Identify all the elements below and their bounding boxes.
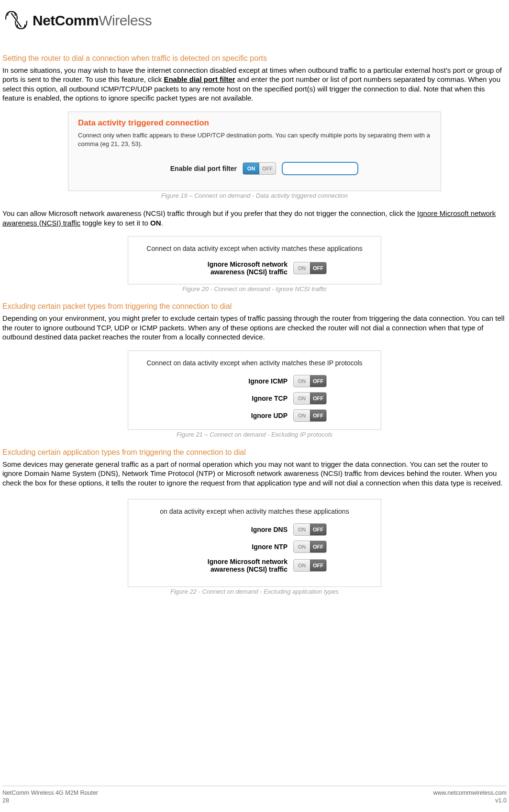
ignore-ncsi-label: Ignore Microsoft network awareness (NCSI… (182, 558, 288, 573)
figure-caption: Figure 20 - Connect on demand - Ignore N… (2, 285, 507, 293)
panel-description: Connect only when traffic appears to the… (78, 131, 431, 148)
footer-product: NetComm Wireless 4G M2M Router (2, 789, 98, 797)
section-heading: Setting the router to dial a connection … (2, 54, 507, 64)
ignore-tcp-label: Ignore TCP (182, 395, 288, 402)
logo-text: NetCommWireless (33, 11, 152, 30)
ignore-icmp-label: Ignore ICMP (182, 377, 288, 385)
figure-20-panel: Connect on data activity except when act… (128, 236, 381, 284)
ignore-icmp-toggle[interactable]: ONOFF (293, 375, 327, 387)
figure-caption: Figure 21 – Connect on demand - Excludin… (2, 431, 507, 439)
panel-header-text: on data activity except when activity ma… (160, 507, 349, 516)
enable-dial-port-filter-toggle[interactable]: ONOFF (243, 162, 276, 175)
ignore-ntp-label: Ignore NTP (182, 543, 288, 551)
body-paragraph: Some devices may generate general traffi… (2, 460, 507, 488)
ignore-udp-label: Ignore UDP (182, 412, 288, 419)
body-paragraph: Depending on your environment, you might… (2, 314, 507, 342)
ignore-ncsi-toggle[interactable]: ONOFF (293, 559, 327, 572)
panel-header-text: Connect on data activity except when act… (146, 244, 362, 253)
figure-21-panel: Connect on data activity except when act… (128, 350, 381, 430)
ignore-ncsi-toggle[interactable]: ONOFF (293, 262, 327, 274)
footer-version: v1.0 (433, 797, 507, 804)
page-footer: NetComm Wireless 4G M2M Router 28 www.ne… (2, 786, 507, 805)
ignore-udp-toggle[interactable]: ONOFF (293, 409, 327, 422)
figure-22-panel: on data activity except when activity ma… (128, 499, 381, 587)
footer-page-number: 28 (2, 797, 98, 804)
ignore-tcp-toggle[interactable]: ONOFF (293, 392, 327, 405)
section-heading: Excluding certain packet types from trig… (2, 302, 507, 312)
panel-title: Data activity triggered connection (78, 118, 431, 128)
dial-port-filter-input[interactable] (282, 162, 358, 175)
footer-url: www.netcommwireless.com (433, 789, 507, 797)
ignore-ntp-toggle[interactable]: ONOFF (293, 541, 327, 553)
figure-caption: Figure 19 – Connect on demand - Data act… (2, 192, 507, 200)
figure-caption: Figure 22 - Connect on demand - Excludin… (2, 588, 507, 596)
brand-logo: NetCommWireless (5, 11, 507, 30)
figure-19-panel: Data activity triggered connection Conne… (68, 112, 441, 191)
ignore-ncsi-label: Ignore Microsoft network awareness (NCSI… (182, 260, 288, 276)
section-heading: Excluding certain application types from… (2, 448, 507, 458)
panel-header-text: Connect on data activity except when act… (146, 359, 362, 367)
body-paragraph: You can allow Microsoft network awarenes… (2, 209, 507, 227)
ignore-dns-label: Ignore DNS (182, 526, 288, 533)
enable-dial-port-filter-label: Enable dial port filter (151, 164, 237, 173)
logo-icon (5, 11, 28, 30)
ignore-dns-toggle[interactable]: ONOFF (293, 523, 327, 536)
body-paragraph: In some situations, you may wish to have… (2, 66, 507, 103)
